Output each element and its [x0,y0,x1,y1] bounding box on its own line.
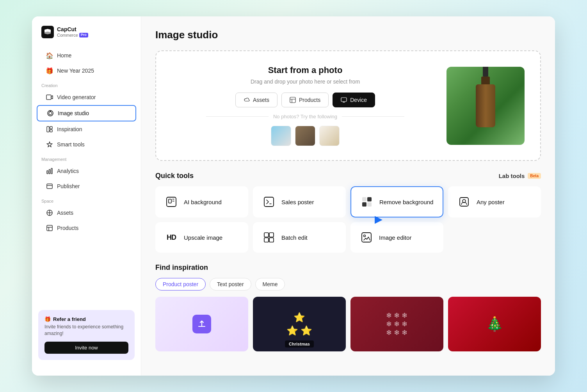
inspiration-section: Find inspiration Product poster Text pos… [155,264,541,351]
any-poster-label: Any poster [477,199,505,205]
upload-preview [446,67,525,145]
svg-rect-25 [269,233,274,237]
upscale-icon: HD [164,230,178,244]
christmas-label: Christmas [285,340,314,347]
svg-rect-22 [460,198,468,206]
sales-poster-label: Sales poster [281,199,314,205]
analytics-icon [46,167,53,175]
filter-text-poster[interactable]: Text poster [210,278,251,290]
publisher-icon [46,183,53,190]
sidebar-item-publisher[interactable]: Publisher [37,179,136,194]
logo-subtitle: Commerce Pro [57,33,88,37]
invite-now-button[interactable]: Invite now [44,342,128,354]
quick-tools-header: Quick tools Lab tools Beta [155,172,541,180]
upload-subtitle: Drag and drop your photo here or select … [172,78,439,85]
image-studio-icon [47,110,54,117]
sidebar-item-home-label: Home [57,52,71,59]
sidebar-item-video-label: Video generator [57,94,96,100]
upload-content: Start from a photo Drag and drop your ph… [172,65,446,146]
sidebar-item-new-year-label: New Year 2025 [57,68,94,74]
tool-ai-background[interactable]: AI background [155,186,248,217]
upload-icon [192,315,211,333]
capcut-logo-icon [41,26,54,38]
sidebar-item-new-year[interactable]: 🎁 New Year 2025 [37,63,136,78]
svg-rect-12 [47,225,52,231]
svg-rect-1 [46,95,51,100]
upload-area: Start from a photo Drag and drop your ph… [155,50,541,161]
filter-product-poster[interactable]: Product poster [155,278,206,290]
svg-rect-10 [51,168,52,174]
tool-any-poster[interactable]: Any poster [448,186,541,217]
sidebar-item-products[interactable]: Products [37,221,136,235]
batch-edit-label: Batch edit [281,234,308,241]
tool-sales-poster[interactable]: Sales poster [253,186,346,217]
upload-title: Start from a photo [172,65,439,75]
filter-tags: Product poster Text poster Meme [155,278,541,290]
sample-photo-earbuds[interactable] [271,126,291,146]
sidebar-item-products-label: Products [57,225,78,231]
tool-remove-background[interactable]: Remove background ▶ [350,186,443,217]
svg-rect-9 [49,169,50,174]
svg-rect-28 [362,233,371,242]
home-icon: 🏠 [46,52,53,59]
inspiration-card-snow[interactable]: ❄ ❄ ❄❄ ❄ ❄❄ ❄ ❄ [350,297,443,351]
sidebar-item-image-studio[interactable]: Image studio [37,105,136,121]
sidebar-item-inspiration-label: Inspiration [57,126,82,132]
sidebar-item-smart-tools[interactable]: Smart tools [37,137,136,152]
sidebar-item-home[interactable]: 🏠 Home [37,48,136,63]
sidebar-nav: 🏠 Home 🎁 New Year 2025 Creation Video ge… [32,48,141,304]
beta-badge: Beta [528,173,541,179]
inspiration-card-upload[interactable] [155,297,248,351]
svg-rect-11 [47,184,52,189]
tool-batch-edit[interactable]: Batch edit [253,222,346,253]
tool-image-editor[interactable]: Image editor [350,222,443,253]
svg-rect-18 [362,197,366,201]
refer-card-title: 🎁 Refer a friend [44,316,128,322]
filter-meme[interactable]: Meme [255,278,285,290]
sample-photo-cup[interactable] [319,126,340,146]
device-button[interactable]: Device [333,93,375,107]
sidebar-item-publisher-label: Publisher [57,183,80,189]
product-bottle-image [446,67,525,145]
sample-photos [172,126,439,146]
tool-upscale-image[interactable]: HD Upscale image [155,222,248,253]
inspiration-card-christmas[interactable]: ⭐⭐ ⭐ Christmas [253,297,346,351]
smart-tools-icon [46,141,53,148]
products-button[interactable]: Products [281,93,329,107]
sample-photo-box[interactable] [295,126,315,146]
upscale-label: Upscale image [184,234,222,241]
products-upload-icon [290,97,296,103]
main-content: Image studio Start from a photo Drag and… [141,16,555,376]
svg-rect-26 [264,238,269,242]
svg-rect-17 [264,197,274,207]
sales-poster-icon [262,195,276,209]
cloud-icon [244,97,250,103]
svg-rect-14 [341,98,347,102]
section-space-label: Space [32,194,141,205]
assets-button[interactable]: Assets [235,93,277,107]
inspiration-card-xmas[interactable]: 🎄 [448,297,541,351]
quick-tools-title: Quick tools [155,172,194,180]
svg-rect-8 [47,171,48,174]
sidebar-item-analytics[interactable]: Analytics [37,164,136,178]
logo-title: CapCut [57,27,88,32]
page-title: Image studio [155,29,541,41]
remove-background-icon [360,195,374,209]
inspiration-icon [46,126,53,133]
new-year-icon: 🎁 [46,67,53,74]
inspiration-grid: ⭐⭐ ⭐ Christmas ❄ ❄ ❄❄ ❄ ❄❄ ❄ ❄ 🎄 [155,297,541,351]
refer-card-desc: Invite friends to experience something a… [44,324,128,337]
inspiration-title: Find inspiration [155,264,541,272]
refer-card: 🎁 Refer a friend Invite friends to exper… [38,310,135,360]
upload-buttons: Assets Products Device [172,93,439,107]
sidebar-item-video-generator[interactable]: Video generator [37,90,136,105]
section-management-label: Management [32,152,141,163]
logo: CapCut Commerce Pro [32,26,141,48]
svg-rect-7 [50,130,52,132]
svg-rect-16 [169,199,171,203]
sidebar-item-assets[interactable]: Assets [37,205,136,220]
sidebar-item-assets-label: Assets [57,210,73,216]
sidebar-item-inspiration[interactable]: Inspiration [37,122,136,137]
svg-rect-24 [264,233,269,237]
device-icon [341,97,347,103]
